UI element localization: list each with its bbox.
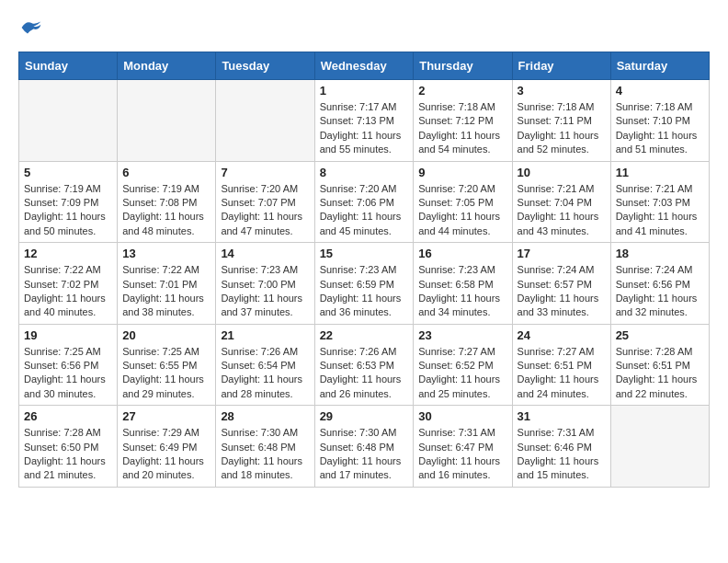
column-header-tuesday: Tuesday	[216, 52, 314, 80]
day-number: 1	[320, 84, 409, 98]
day-info: Sunrise: 7:20 AM Sunset: 7:07 PM Dayligh…	[221, 182, 309, 239]
day-number: 11	[616, 166, 704, 179]
calendar-cell: 7Sunrise: 7:20 AM Sunset: 7:07 PM Daylig…	[216, 161, 314, 243]
day-info: Sunrise: 7:26 AM Sunset: 6:54 PM Dayligh…	[221, 345, 309, 402]
day-info: Sunrise: 7:18 AM Sunset: 7:10 PM Dayligh…	[616, 100, 704, 157]
calendar-week-row: 26Sunrise: 7:28 AM Sunset: 6:50 PM Dayli…	[19, 406, 710, 488]
day-number: 30	[418, 409, 506, 423]
day-number: 4	[616, 84, 704, 98]
column-header-thursday: Thursday	[414, 52, 512, 80]
day-info: Sunrise: 7:31 AM Sunset: 6:47 PM Dayligh…	[418, 426, 506, 483]
day-info: Sunrise: 7:20 AM Sunset: 7:06 PM Dayligh…	[320, 182, 409, 239]
day-info: Sunrise: 7:25 AM Sunset: 6:56 PM Dayligh…	[24, 345, 112, 402]
day-number: 29	[320, 409, 409, 423]
day-info: Sunrise: 7:28 AM Sunset: 6:51 PM Dayligh…	[616, 345, 704, 402]
calendar-cell: 17Sunrise: 7:24 AM Sunset: 6:57 PM Dayli…	[512, 243, 610, 325]
day-number: 10	[518, 166, 606, 179]
day-info: Sunrise: 7:25 AM Sunset: 6:55 PM Dayligh…	[122, 345, 210, 402]
day-info: Sunrise: 7:23 AM Sunset: 6:59 PM Dayligh…	[320, 263, 409, 320]
calendar-cell: 29Sunrise: 7:30 AM Sunset: 6:48 PM Dayli…	[314, 406, 414, 488]
calendar-week-row: 5Sunrise: 7:19 AM Sunset: 7:09 PM Daylig…	[19, 161, 710, 243]
day-number: 26	[24, 409, 112, 423]
calendar-cell: 23Sunrise: 7:27 AM Sunset: 6:52 PM Dayli…	[414, 324, 512, 406]
day-number: 6	[122, 166, 210, 179]
day-info: Sunrise: 7:29 AM Sunset: 6:49 PM Dayligh…	[122, 426, 210, 483]
day-info: Sunrise: 7:30 AM Sunset: 6:48 PM Dayligh…	[221, 426, 309, 483]
day-number: 22	[320, 328, 409, 342]
day-info: Sunrise: 7:30 AM Sunset: 6:48 PM Dayligh…	[320, 426, 409, 483]
day-number: 12	[24, 247, 112, 260]
day-info: Sunrise: 7:18 AM Sunset: 7:11 PM Dayligh…	[518, 100, 606, 157]
calendar-cell: 21Sunrise: 7:26 AM Sunset: 6:54 PM Dayli…	[216, 324, 314, 406]
calendar-cell: 10Sunrise: 7:21 AM Sunset: 7:04 PM Dayli…	[512, 161, 610, 243]
calendar-header-row: SundayMondayTuesdayWednesdayThursdayFrid…	[19, 52, 710, 80]
calendar-cell: 1Sunrise: 7:17 AM Sunset: 7:13 PM Daylig…	[314, 80, 414, 162]
day-info: Sunrise: 7:26 AM Sunset: 6:53 PM Dayligh…	[320, 345, 409, 402]
day-info: Sunrise: 7:20 AM Sunset: 7:05 PM Dayligh…	[418, 182, 506, 239]
calendar-week-row: 12Sunrise: 7:22 AM Sunset: 7:02 PM Dayli…	[19, 243, 710, 325]
calendar-cell: 6Sunrise: 7:19 AM Sunset: 7:08 PM Daylig…	[118, 161, 216, 243]
day-info: Sunrise: 7:27 AM Sunset: 6:52 PM Dayligh…	[418, 345, 506, 402]
calendar-cell: 27Sunrise: 7:29 AM Sunset: 6:49 PM Dayli…	[118, 406, 216, 488]
calendar-cell: 15Sunrise: 7:23 AM Sunset: 6:59 PM Dayli…	[314, 243, 414, 325]
day-number: 15	[320, 247, 409, 260]
day-number: 13	[122, 247, 210, 260]
day-info: Sunrise: 7:23 AM Sunset: 7:00 PM Dayligh…	[221, 263, 309, 320]
calendar-cell: 25Sunrise: 7:28 AM Sunset: 6:51 PM Dayli…	[610, 324, 709, 406]
day-info: Sunrise: 7:17 AM Sunset: 7:13 PM Dayligh…	[320, 100, 409, 157]
calendar-cell: 24Sunrise: 7:27 AM Sunset: 6:51 PM Dayli…	[512, 324, 610, 406]
day-number: 25	[616, 328, 704, 342]
calendar-cell: 13Sunrise: 7:22 AM Sunset: 7:01 PM Dayli…	[118, 243, 216, 325]
calendar-cell	[610, 406, 709, 488]
calendar-cell: 30Sunrise: 7:31 AM Sunset: 6:47 PM Dayli…	[414, 406, 512, 488]
day-number: 9	[418, 166, 506, 179]
logo	[18, 18, 42, 37]
day-number: 20	[122, 328, 210, 342]
day-info: Sunrise: 7:28 AM Sunset: 6:50 PM Dayligh…	[24, 426, 112, 483]
calendar-cell: 12Sunrise: 7:22 AM Sunset: 7:02 PM Dayli…	[19, 243, 118, 325]
day-info: Sunrise: 7:18 AM Sunset: 7:12 PM Dayligh…	[418, 100, 506, 157]
calendar-cell: 28Sunrise: 7:30 AM Sunset: 6:48 PM Dayli…	[216, 406, 314, 488]
day-number: 16	[418, 247, 506, 260]
day-number: 7	[221, 166, 309, 179]
day-number: 19	[24, 328, 112, 342]
logo-bird-icon	[20, 18, 42, 37]
column-header-saturday: Saturday	[610, 52, 709, 80]
calendar-week-row: 19Sunrise: 7:25 AM Sunset: 6:56 PM Dayli…	[19, 324, 710, 406]
day-info: Sunrise: 7:21 AM Sunset: 7:04 PM Dayligh…	[518, 182, 606, 239]
calendar-cell	[216, 80, 314, 162]
day-info: Sunrise: 7:31 AM Sunset: 6:46 PM Dayligh…	[518, 426, 606, 483]
calendar-cell: 2Sunrise: 7:18 AM Sunset: 7:12 PM Daylig…	[414, 80, 512, 162]
day-info: Sunrise: 7:22 AM Sunset: 7:02 PM Dayligh…	[24, 263, 112, 320]
calendar-cell: 3Sunrise: 7:18 AM Sunset: 7:11 PM Daylig…	[512, 80, 610, 162]
day-number: 14	[221, 247, 309, 260]
day-number: 3	[518, 84, 606, 98]
calendar-cell: 8Sunrise: 7:20 AM Sunset: 7:06 PM Daylig…	[314, 161, 414, 243]
column-header-monday: Monday	[118, 52, 216, 80]
day-info: Sunrise: 7:22 AM Sunset: 7:01 PM Dayligh…	[122, 263, 210, 320]
column-header-wednesday: Wednesday	[314, 52, 414, 80]
calendar-cell	[118, 80, 216, 162]
column-header-friday: Friday	[512, 52, 610, 80]
day-number: 27	[122, 409, 210, 423]
day-info: Sunrise: 7:24 AM Sunset: 6:56 PM Dayligh…	[616, 263, 704, 320]
day-info: Sunrise: 7:19 AM Sunset: 7:08 PM Dayligh…	[122, 182, 210, 239]
calendar-cell	[19, 80, 118, 162]
day-number: 21	[221, 328, 309, 342]
day-number: 24	[518, 328, 606, 342]
calendar-cell: 4Sunrise: 7:18 AM Sunset: 7:10 PM Daylig…	[610, 80, 709, 162]
day-number: 23	[418, 328, 506, 342]
calendar-cell: 26Sunrise: 7:28 AM Sunset: 6:50 PM Dayli…	[19, 406, 118, 488]
calendar-table: SundayMondayTuesdayWednesdayThursdayFrid…	[18, 52, 710, 488]
calendar-cell: 14Sunrise: 7:23 AM Sunset: 7:00 PM Dayli…	[216, 243, 314, 325]
calendar-cell: 9Sunrise: 7:20 AM Sunset: 7:05 PM Daylig…	[414, 161, 512, 243]
day-info: Sunrise: 7:24 AM Sunset: 6:57 PM Dayligh…	[518, 263, 606, 320]
calendar-cell: 20Sunrise: 7:25 AM Sunset: 6:55 PM Dayli…	[118, 324, 216, 406]
day-number: 31	[518, 409, 606, 423]
page-header	[18, 18, 710, 37]
day-number: 28	[221, 409, 309, 423]
column-header-sunday: Sunday	[19, 52, 118, 80]
calendar-cell: 22Sunrise: 7:26 AM Sunset: 6:53 PM Dayli…	[314, 324, 414, 406]
calendar-cell: 16Sunrise: 7:23 AM Sunset: 6:58 PM Dayli…	[414, 243, 512, 325]
day-number: 8	[320, 166, 409, 179]
